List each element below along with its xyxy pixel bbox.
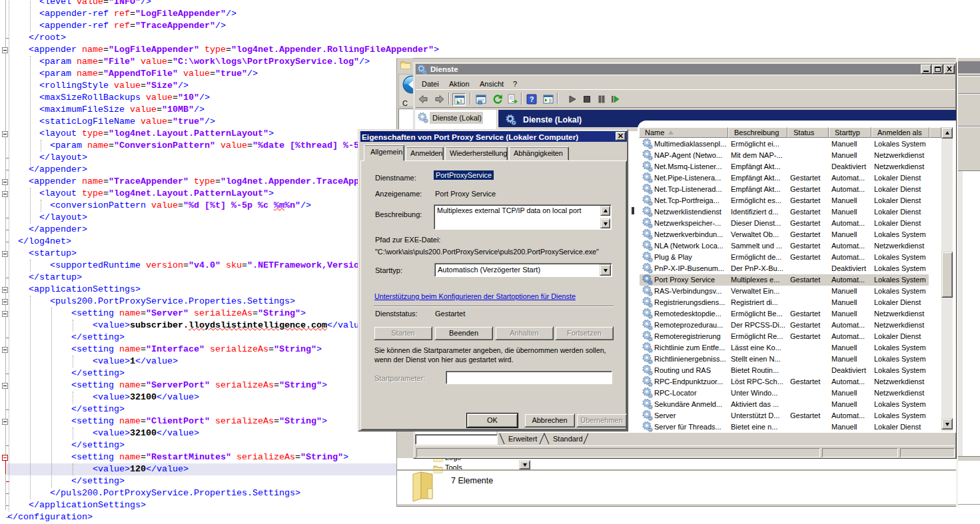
svg-text:Erweitert: Erweitert	[508, 435, 537, 443]
svg-text:?: ?	[530, 95, 534, 103]
svg-text:Standard: Standard	[553, 435, 583, 443]
